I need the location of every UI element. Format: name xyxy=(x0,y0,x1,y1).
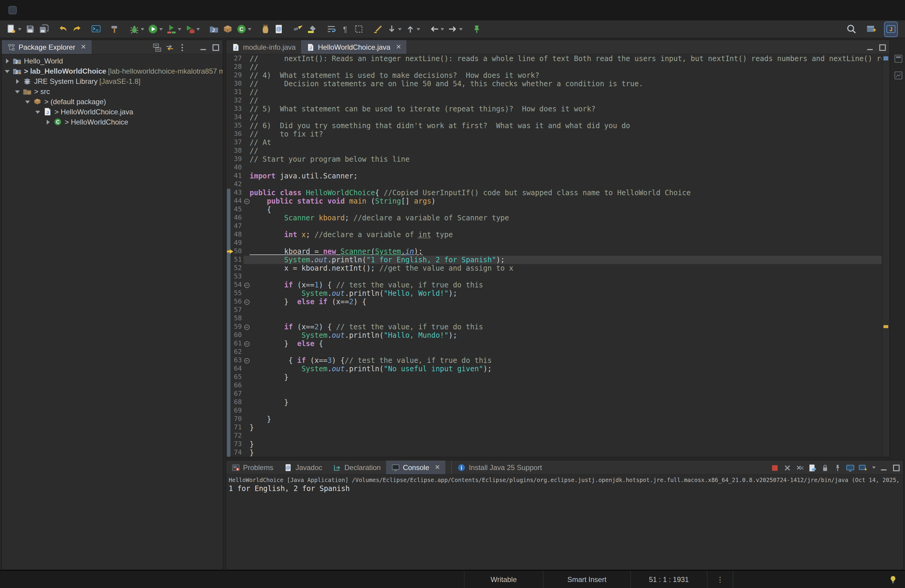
console-panel-tab[interactable]: Declaration xyxy=(328,461,386,474)
code-line[interactable]: 62 xyxy=(226,348,882,356)
code-line[interactable]: 55 System.out.println("Hello, World!"); xyxy=(226,289,882,297)
save-button[interactable] xyxy=(24,22,37,36)
close-package-explorer-icon[interactable]: ✕ xyxy=(81,43,86,51)
console-panel-tab[interactable]: Problems xyxy=(226,461,279,474)
code-line[interactable]: 71} xyxy=(226,423,882,432)
jar-button[interactable] xyxy=(259,22,272,36)
maximize-button[interactable] xyxy=(892,463,901,472)
new-java-project-button[interactable]: J xyxy=(208,22,220,36)
collapse-arrow-icon[interactable] xyxy=(35,108,41,115)
code-line[interactable]: 58 xyxy=(226,315,882,323)
debug-dropdown-icon[interactable] xyxy=(141,28,144,30)
search-magnifier-button[interactable] xyxy=(845,22,858,36)
java-perspective-button[interactable]: J xyxy=(884,22,897,36)
tab-package-explorer[interactable]: Package Explorer ✕ xyxy=(2,40,92,54)
close-tab-icon[interactable]: ✕ xyxy=(395,43,401,51)
console-output[interactable]: HelloWorldChoice [Java Application] /Vol… xyxy=(226,475,903,569)
code-line[interactable]: 45 { xyxy=(226,205,882,214)
code-line[interactable]: 33// 5) What statement can be used to it… xyxy=(226,105,882,113)
collapse-arrow-icon[interactable] xyxy=(14,88,21,95)
last-edit-location-button[interactable] xyxy=(372,22,384,36)
tree-item[interactable]: > src xyxy=(2,86,223,96)
next-annotation-button[interactable] xyxy=(386,22,403,36)
code-line[interactable]: 41import java.util.Scanner; xyxy=(226,172,882,180)
open-console-dropdown-icon[interactable] xyxy=(872,466,876,469)
collapse-arrow-icon[interactable] xyxy=(4,68,11,74)
maximize-button[interactable] xyxy=(878,43,887,52)
code-line[interactable]: 42 xyxy=(226,180,882,189)
code-line[interactable]: 31// xyxy=(226,88,882,96)
code-line[interactable]: 48 int x; //declare a variable of int ty… xyxy=(226,230,882,239)
minimize-button[interactable] xyxy=(865,43,875,52)
fold-collapse-icon[interactable] xyxy=(244,282,249,288)
code-line[interactable]: 53 xyxy=(226,272,882,281)
code-line[interactable]: 64 System.out.println("No useful input g… xyxy=(226,365,882,373)
code-line[interactable]: 69 xyxy=(226,407,882,415)
overview-ruler[interactable] xyxy=(882,54,889,457)
new-wizard-button[interactable] xyxy=(5,22,23,36)
fold-collapse-icon[interactable] xyxy=(244,324,249,330)
code-line[interactable]: 32// xyxy=(226,96,882,105)
code-line[interactable]: 67 xyxy=(226,390,882,398)
build-button[interactable] xyxy=(109,22,122,36)
code-line[interactable]: 65 } xyxy=(226,373,882,381)
notifications-icon[interactable] xyxy=(888,575,898,585)
new-wizard-dropdown-icon[interactable] xyxy=(18,28,22,30)
expand-arrow-icon[interactable] xyxy=(14,78,21,84)
code-line[interactable]: 52 x = kboard.nextInt(); //get the value… xyxy=(226,264,882,272)
redo-button[interactable] xyxy=(71,22,83,36)
save-all-button[interactable] xyxy=(38,22,50,36)
pin-editor-button[interactable] xyxy=(470,22,483,36)
code-line[interactable]: 51 System.out.println("1 for English, 2 … xyxy=(226,256,882,264)
code-line[interactable]: 30// Decision statements are on line 50 … xyxy=(226,79,882,88)
mark-occurrences-button[interactable] xyxy=(306,22,318,36)
expand-arrow-icon[interactable] xyxy=(4,57,11,64)
coverage-dropdown-icon[interactable] xyxy=(178,28,181,30)
expand-arrow-icon[interactable] xyxy=(45,119,51,125)
code-line[interactable]: 72 xyxy=(226,432,882,440)
code-line[interactable]: 29// 4) What statement is used to make d… xyxy=(226,71,882,79)
code-line[interactable]: 56 } else if (x==2) { xyxy=(226,297,882,306)
run-button[interactable] xyxy=(147,22,164,36)
code-line[interactable]: 43public class HelloWorldChoice{ //Copie… xyxy=(226,189,882,197)
tree-item[interactable]: JHello_World xyxy=(2,56,223,66)
code-line[interactable]: 63 { if (x==3) {// test the value, if tr… xyxy=(226,356,882,365)
code-line[interactable]: 61 } else { xyxy=(226,340,882,348)
minimized-view-2-icon[interactable] xyxy=(893,71,903,80)
remove-launch-button[interactable] xyxy=(783,463,792,472)
collapse-all-button[interactable] xyxy=(152,43,162,52)
clear-console-button[interactable] xyxy=(808,463,817,472)
console-panel-tab[interactable]: @Javadoc xyxy=(279,461,327,474)
display-console-button[interactable] xyxy=(846,463,855,472)
minimize-button[interactable] xyxy=(879,463,888,472)
code-line[interactable]: 40 xyxy=(226,164,882,172)
editor-tab[interactable]: JHelloWorldChoice.java✕ xyxy=(301,40,407,54)
link-editor-button[interactable] xyxy=(165,43,174,52)
console-panel-tab[interactable]: Console✕ xyxy=(386,461,446,474)
block-selection-button[interactable] xyxy=(352,22,365,36)
fold-collapse-icon[interactable] xyxy=(244,358,249,363)
close-tab-icon[interactable]: ✕ xyxy=(435,464,440,471)
coverage-button[interactable] xyxy=(165,22,183,36)
forward-button[interactable] xyxy=(446,22,464,36)
fold-collapse-icon[interactable] xyxy=(244,199,249,204)
overview-marker[interactable] xyxy=(883,325,888,328)
code-line[interactable]: 70 } xyxy=(226,415,882,423)
overview-marker[interactable] xyxy=(883,56,888,60)
code-line[interactable]: 39// Start your program below this line xyxy=(226,155,882,164)
fold-collapse-icon[interactable] xyxy=(244,341,249,346)
forward-dropdown-icon[interactable] xyxy=(459,28,463,30)
tree-item[interactable]: > (default package) xyxy=(2,96,223,106)
scroll-lock-button[interactable] xyxy=(821,463,830,472)
code-line[interactable]: 60 System.out.println("Hallo, Mundo!"); xyxy=(226,331,882,340)
show-whitespace-button[interactable]: ¶ xyxy=(339,22,351,36)
code-line[interactable]: 35// 6) Did you try something that didn'… xyxy=(226,122,882,130)
debug-button[interactable] xyxy=(128,22,145,36)
code-line[interactable]: 44 public static void main (String[] arg… xyxy=(226,197,882,205)
new-class-button[interactable]: C xyxy=(235,22,252,36)
view-menu-button[interactable] xyxy=(178,43,187,52)
code-line[interactable]: 66 xyxy=(226,381,882,390)
word-wrap-button[interactable] xyxy=(325,22,338,36)
code-line[interactable]: 74} xyxy=(226,448,882,457)
undo-button[interactable] xyxy=(57,22,70,36)
